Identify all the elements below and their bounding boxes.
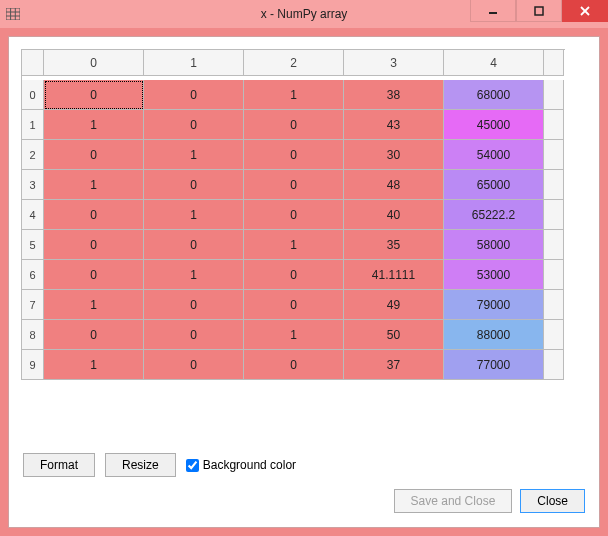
cell[interactable]: 1 bbox=[144, 200, 244, 230]
row-header[interactable]: 9 bbox=[22, 350, 44, 380]
cell[interactable]: 48 bbox=[344, 170, 444, 200]
cell[interactable]: 0 bbox=[244, 260, 344, 290]
table-corner bbox=[22, 50, 44, 76]
col-header[interactable]: 1 bbox=[144, 50, 244, 76]
row-header[interactable]: 4 bbox=[22, 200, 44, 230]
table-row-blank bbox=[544, 200, 564, 230]
bg-color-checkbox[interactable] bbox=[186, 459, 199, 472]
cell[interactable]: 49 bbox=[344, 290, 444, 320]
cell[interactable]: 0 bbox=[244, 290, 344, 320]
maximize-button[interactable] bbox=[516, 0, 562, 22]
row-header[interactable]: 3 bbox=[22, 170, 44, 200]
cell[interactable]: 0 bbox=[44, 140, 144, 170]
svg-rect-6 bbox=[535, 7, 543, 15]
window-controls bbox=[470, 0, 608, 28]
cell[interactable]: 30 bbox=[344, 140, 444, 170]
cell[interactable]: 1 bbox=[44, 170, 144, 200]
cell[interactable]: 65000 bbox=[444, 170, 544, 200]
col-header[interactable]: 3 bbox=[344, 50, 444, 76]
row-header[interactable]: 8 bbox=[22, 320, 44, 350]
table-row-blank bbox=[544, 110, 564, 140]
row-header[interactable]: 1 bbox=[22, 110, 44, 140]
table-row-blank bbox=[544, 320, 564, 350]
cell[interactable]: 1 bbox=[44, 290, 144, 320]
cell[interactable]: 0 bbox=[144, 80, 244, 110]
cell[interactable]: 41.1111 bbox=[344, 260, 444, 290]
bg-color-label: Background color bbox=[203, 458, 296, 472]
row-header[interactable]: 6 bbox=[22, 260, 44, 290]
bg-color-check-wrap[interactable]: Background color bbox=[186, 458, 296, 472]
cell[interactable]: 0 bbox=[144, 350, 244, 380]
cell[interactable]: 79000 bbox=[444, 290, 544, 320]
row-header[interactable]: 0 bbox=[22, 80, 44, 110]
row-header[interactable]: 5 bbox=[22, 230, 44, 260]
cell[interactable]: 0 bbox=[244, 140, 344, 170]
cell[interactable]: 58000 bbox=[444, 230, 544, 260]
table-row-blank bbox=[544, 140, 564, 170]
cell[interactable]: 1 bbox=[144, 260, 244, 290]
cell[interactable]: 65222.2 bbox=[444, 200, 544, 230]
cell[interactable]: 77000 bbox=[444, 350, 544, 380]
table-row-blank bbox=[544, 290, 564, 320]
cell[interactable]: 0 bbox=[144, 290, 244, 320]
app-grid-icon bbox=[0, 8, 26, 20]
minimize-button[interactable] bbox=[470, 0, 516, 22]
cell[interactable]: 1 bbox=[144, 140, 244, 170]
cell[interactable]: 88000 bbox=[444, 320, 544, 350]
array-table: 0123400013868000110043450002010305400031… bbox=[21, 49, 565, 380]
cell[interactable]: 0 bbox=[244, 200, 344, 230]
window-titlebar: x - NumPy array bbox=[0, 0, 608, 28]
table-row-blank bbox=[544, 260, 564, 290]
row-header[interactable]: 2 bbox=[22, 140, 44, 170]
cell[interactable]: 0 bbox=[144, 170, 244, 200]
close-window-button[interactable] bbox=[562, 0, 608, 22]
table-corner-blank bbox=[544, 50, 564, 76]
cell[interactable]: 1 bbox=[244, 80, 344, 110]
cell[interactable]: 0 bbox=[44, 230, 144, 260]
cell[interactable]: 40 bbox=[344, 200, 444, 230]
col-header[interactable]: 2 bbox=[244, 50, 344, 76]
options-row: Format Resize Background color bbox=[21, 447, 587, 487]
dialog-frame: 0123400013868000110043450002010305400031… bbox=[8, 36, 600, 528]
cell[interactable]: 1 bbox=[44, 350, 144, 380]
cell[interactable]: 0 bbox=[244, 170, 344, 200]
dialog-buttons-row: Save and Close Close bbox=[21, 487, 587, 515]
cell[interactable]: 0 bbox=[44, 200, 144, 230]
table-row-blank bbox=[544, 80, 564, 110]
close-button[interactable]: Close bbox=[520, 489, 585, 513]
resize-button[interactable]: Resize bbox=[105, 453, 176, 477]
cell[interactable]: 0 bbox=[44, 320, 144, 350]
cell[interactable]: 37 bbox=[344, 350, 444, 380]
format-button[interactable]: Format bbox=[23, 453, 95, 477]
save-and-close-button[interactable]: Save and Close bbox=[394, 489, 513, 513]
cell[interactable]: 50 bbox=[344, 320, 444, 350]
cell[interactable]: 35 bbox=[344, 230, 444, 260]
cell[interactable]: 0 bbox=[244, 110, 344, 140]
col-header[interactable]: 0 bbox=[44, 50, 144, 76]
cell[interactable]: 45000 bbox=[444, 110, 544, 140]
table-row-blank bbox=[544, 170, 564, 200]
cell[interactable]: 1 bbox=[244, 230, 344, 260]
cell[interactable]: 53000 bbox=[444, 260, 544, 290]
cell[interactable]: 38 bbox=[344, 80, 444, 110]
cell[interactable]: 0 bbox=[144, 320, 244, 350]
table-row-blank bbox=[544, 350, 564, 380]
cell[interactable]: 0 bbox=[144, 110, 244, 140]
cell[interactable]: 0 bbox=[244, 350, 344, 380]
svg-rect-0 bbox=[6, 8, 20, 20]
table-row-blank bbox=[544, 230, 564, 260]
cell[interactable]: 68000 bbox=[444, 80, 544, 110]
cell[interactable]: 1 bbox=[44, 110, 144, 140]
cell[interactable]: 1 bbox=[244, 320, 344, 350]
row-header[interactable]: 7 bbox=[22, 290, 44, 320]
cell[interactable]: 0 bbox=[44, 260, 144, 290]
col-header[interactable]: 4 bbox=[444, 50, 544, 76]
cell[interactable]: 0 bbox=[44, 80, 144, 110]
cell[interactable]: 43 bbox=[344, 110, 444, 140]
cell[interactable]: 54000 bbox=[444, 140, 544, 170]
cell[interactable]: 0 bbox=[144, 230, 244, 260]
